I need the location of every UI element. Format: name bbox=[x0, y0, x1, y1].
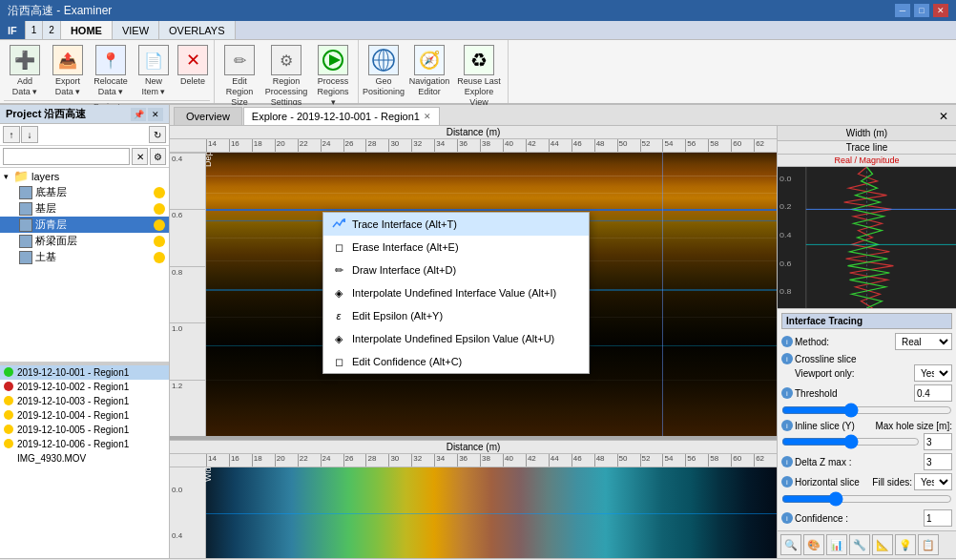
tree-layer-3[interactable]: 沥青层 bbox=[0, 217, 169, 233]
export-data-button[interactable]: 📤 ExportData ▾ bbox=[47, 42, 89, 100]
context-menu-erase-interface[interactable]: ◻ Erase Interface (Alt+E) bbox=[323, 236, 589, 259]
tab-close-all[interactable]: ✕ bbox=[935, 108, 952, 125]
nav-editor-button[interactable]: 🧭 NavigationEditor bbox=[406, 42, 452, 100]
delta-z-label: Delta Z max : bbox=[795, 457, 851, 467]
delta-z-input[interactable] bbox=[924, 453, 952, 470]
ribbon-tab-overlays[interactable]: OVERLAYS bbox=[159, 21, 236, 39]
close-button[interactable]: ✕ bbox=[933, 4, 948, 17]
threshold-info-icon: i bbox=[781, 387, 793, 399]
project-item-3[interactable]: 2019-12-10-003 - Region1 bbox=[0, 394, 169, 408]
context-menu-trace-interface[interactable]: Trace Interface (Alt+T) bbox=[323, 213, 589, 236]
reuse-explore-button[interactable]: ♻ Reuse LastExplore View bbox=[454, 42, 504, 110]
relocate-data-label: RelocateData ▾ bbox=[94, 76, 128, 97]
threshold-row: i Threshold bbox=[781, 384, 952, 402]
sidebar-pin-button[interactable]: 📌 bbox=[131, 108, 146, 121]
fill-sides-select[interactable]: Yes No bbox=[914, 473, 952, 490]
title-controls: ─ □ ✕ bbox=[895, 4, 948, 17]
rp-icon-7[interactable]: 📋 bbox=[918, 534, 939, 555]
horizontal-slider[interactable] bbox=[781, 492, 952, 506]
sidebar-search-clear[interactable]: ✕ bbox=[132, 148, 148, 165]
project-item-5[interactable]: 2019-12-10-005 - Region1 bbox=[0, 423, 169, 437]
layer-5-icon bbox=[19, 251, 32, 264]
project-4-dot bbox=[4, 410, 13, 420]
sidebar-title: Project 沿西高速 bbox=[6, 107, 86, 121]
layer-1-label: 底基层 bbox=[35, 185, 67, 199]
threshold-slider[interactable] bbox=[781, 404, 952, 417]
sidebar-nav-up[interactable]: ↑ bbox=[3, 126, 20, 143]
context-menu-edit-epsilon[interactable]: ε Edit Epsilon (Alt+Y) bbox=[323, 304, 589, 327]
confidence-info-icon: i bbox=[781, 512, 793, 524]
ribbon-tab-1[interactable]: 1 bbox=[26, 21, 44, 39]
relocate-data-button[interactable]: 📍 RelocateData ▾ bbox=[90, 42, 132, 100]
tree-layer-4[interactable]: 桥梁面层 bbox=[0, 233, 169, 249]
project-6-dot bbox=[4, 439, 13, 448]
threshold-input[interactable] bbox=[914, 384, 952, 402]
region-processing-label: Region ProcessingSettings bbox=[264, 76, 308, 107]
project-5-dot bbox=[4, 425, 13, 434]
new-item-button[interactable]: 📄 NewItem ▾ bbox=[133, 42, 175, 100]
gpr-bottom-image[interactable]: Width (m) bbox=[206, 467, 777, 558]
rp-icon-3[interactable]: 📊 bbox=[826, 534, 847, 555]
tab-explore-close[interactable]: ✕ bbox=[424, 112, 431, 121]
project-item-6[interactable]: 2019-12-10-006 - Region1 bbox=[0, 437, 169, 451]
tab-explore[interactable]: Explore - 2019-12-10-001 - Region1 ✕ bbox=[243, 107, 440, 125]
sidebar-close-icon[interactable]: ✕ bbox=[148, 108, 163, 121]
rp-icon-5[interactable]: 📐 bbox=[872, 534, 893, 555]
sidebar-search-input[interactable] bbox=[3, 148, 130, 165]
distance-header-top: Distance (m) bbox=[170, 126, 777, 139]
tree-layer-1[interactable]: 底基层 bbox=[0, 184, 169, 200]
delete-label: Delete bbox=[180, 76, 205, 87]
rp-icon-2[interactable]: 🎨 bbox=[803, 534, 824, 555]
process-regions-button[interactable]: ProcessRegions ▾ bbox=[312, 42, 354, 110]
method-select[interactable]: Real Magnitude bbox=[895, 333, 952, 350]
context-menu-draw-interface[interactable]: ✏ Draw Interface (Alt+D) bbox=[323, 259, 589, 281]
layer-2-icon bbox=[19, 202, 32, 216]
tree-layers-folder[interactable]: ▾ 📁 layers bbox=[0, 168, 169, 184]
layer-3-label: 沥青层 bbox=[35, 218, 67, 232]
delete-button[interactable]: ✕ Delete bbox=[176, 42, 210, 90]
sidebar-nav-down[interactable]: ↓ bbox=[21, 126, 38, 143]
ribbon-tab-home[interactable]: HOME bbox=[61, 21, 113, 39]
context-menu-edit-confidence[interactable]: ◻ Edit Confidence (Alt+C) bbox=[323, 350, 589, 373]
tab-overview[interactable]: Overview bbox=[174, 107, 242, 125]
export-data-label: ExportData ▾ bbox=[55, 76, 81, 97]
geo-positioning-button[interactable]: GeoPositioning bbox=[363, 42, 405, 100]
trace-line-area: 0.0 0.2 0.4 0.6 0.8 bbox=[778, 167, 956, 308]
viewport-only-select[interactable]: Yes No bbox=[914, 364, 952, 382]
context-menu-interpolate-undefined[interactable]: ◈ Interpolate Undefined Interface Value … bbox=[323, 281, 589, 304]
ribbon-tab-view[interactable]: VIEW bbox=[113, 21, 159, 39]
process-regions-label: ProcessRegions ▾ bbox=[315, 76, 351, 107]
edit-region-button[interactable]: ✏ Edit RegionSize bbox=[218, 42, 260, 110]
rp-icon-4[interactable]: 🔧 bbox=[849, 534, 870, 555]
sidebar-refresh-button[interactable]: ↻ bbox=[149, 126, 166, 143]
width-label-bottom: Width (m) bbox=[203, 467, 213, 482]
tree-layer-5[interactable]: 土基 bbox=[0, 249, 169, 265]
project-item-7[interactable]: IMG_4930.MOV bbox=[0, 451, 169, 466]
delta-z-info-icon: i bbox=[781, 456, 793, 467]
maximize-button[interactable]: □ bbox=[914, 4, 929, 17]
trace-interface-icon bbox=[331, 217, 346, 232]
horizontal-slice-row: i Horizontal slice Fill sides: Yes No bbox=[781, 473, 952, 508]
tree-layer-2[interactable]: 基层 bbox=[0, 200, 169, 217]
horizontal-label: Horizontal slice bbox=[795, 477, 860, 487]
region-processing-button[interactable]: ⚙ Region ProcessingSettings bbox=[261, 42, 311, 110]
project-item-4[interactable]: 2019-12-10-004 - Region1 bbox=[0, 408, 169, 423]
inline-slider[interactable] bbox=[781, 435, 920, 448]
add-data-button[interactable]: ➕ AddData ▾ bbox=[4, 42, 46, 100]
max-hole-input[interactable] bbox=[924, 433, 952, 450]
minimize-button[interactable]: ─ bbox=[895, 4, 910, 17]
confidence-input[interactable] bbox=[924, 509, 952, 527]
rp-icon-1[interactable]: 🔍 bbox=[780, 534, 801, 555]
svg-text:0.0: 0.0 bbox=[779, 176, 792, 183]
project-2-label: 2019-12-10-002 - Region1 bbox=[17, 382, 129, 392]
draw-interface-label: Draw Interface (Alt+D) bbox=[352, 264, 456, 276]
project-item-2[interactable]: 2019-12-10-002 - Region1 bbox=[0, 380, 169, 394]
ribbon-tab-2[interactable]: 2 bbox=[43, 21, 61, 39]
svg-text:0.2: 0.2 bbox=[779, 203, 791, 211]
rp-icon-6[interactable]: 💡 bbox=[895, 534, 916, 555]
project-item-1[interactable]: 2019-12-10-001 - Region1 bbox=[0, 365, 169, 380]
context-menu-interpolate-epsilon[interactable]: ◈ Interpolate Undefined Epsilon Value (A… bbox=[323, 327, 589, 350]
gpr-bottom-image-row: 0.0 0.4 Width (m) bbox=[170, 467, 777, 558]
ribbon-tab-if[interactable]: IF bbox=[0, 21, 26, 39]
sidebar-search-settings[interactable]: ⚙ bbox=[150, 148, 166, 165]
